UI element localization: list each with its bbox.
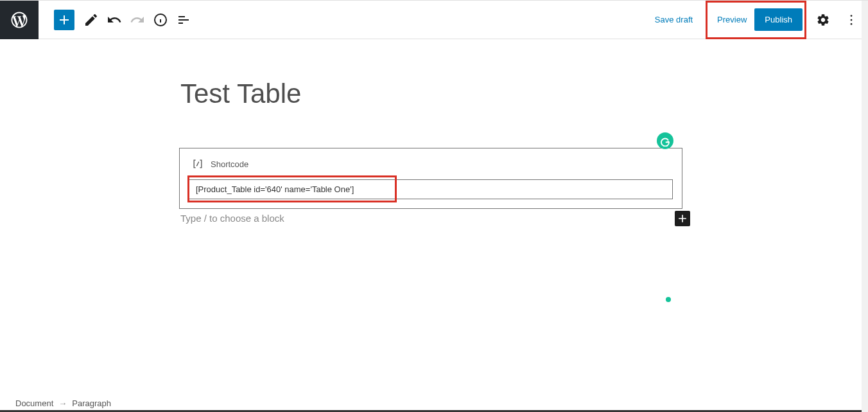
breadcrumb-current[interactable]: Paragraph xyxy=(72,399,111,408)
undo-icon xyxy=(107,12,122,28)
more-vertical-icon xyxy=(844,13,858,27)
grammarly-indicator xyxy=(666,297,671,302)
editor-canvas: Test Table Shortcode Type / to choose a … xyxy=(0,40,862,395)
svg-point-5 xyxy=(851,23,853,25)
grammarly-badge[interactable] xyxy=(657,132,673,149)
undo-button[interactable] xyxy=(103,8,126,31)
add-block-inline-button[interactable] xyxy=(675,211,690,226)
shortcode-icon xyxy=(191,157,204,170)
chevron-right-icon: → xyxy=(58,399,67,408)
toolbar-right: Save draft Preview Publish xyxy=(647,1,863,39)
info-button[interactable] xyxy=(149,8,172,31)
outline-button[interactable] xyxy=(172,8,195,31)
edit-mode-button[interactable] xyxy=(80,8,103,31)
wordpress-logo[interactable] xyxy=(0,1,39,39)
list-icon xyxy=(176,12,191,28)
redo-button[interactable] xyxy=(126,8,149,31)
appender-placeholder: Type / to choose a block xyxy=(179,211,286,225)
grammarly-icon xyxy=(659,135,671,147)
more-options-button[interactable] xyxy=(840,8,863,31)
publish-button[interactable]: Publish xyxy=(754,8,803,31)
redo-icon xyxy=(130,12,145,28)
editor-content: Test Table Shortcode Type / to choose a … xyxy=(179,40,682,225)
preview-button[interactable]: Preview xyxy=(709,10,754,30)
shortcode-block[interactable]: Shortcode xyxy=(179,148,682,209)
shortcode-block-header: Shortcode xyxy=(189,157,673,170)
save-draft-button[interactable]: Save draft xyxy=(647,10,700,30)
block-appender[interactable]: Type / to choose a block xyxy=(179,211,682,225)
post-title[interactable]: Test Table xyxy=(179,78,682,109)
scrollbar[interactable] xyxy=(862,1,868,412)
gear-icon xyxy=(816,13,830,27)
breadcrumb: Document → Paragraph xyxy=(0,395,868,411)
breadcrumb-root[interactable]: Document xyxy=(15,399,53,408)
toolbar-tools xyxy=(54,8,195,31)
toolbar-left xyxy=(0,1,195,39)
publish-highlight-annotation: Preview Publish xyxy=(706,1,806,39)
pencil-icon xyxy=(83,12,99,28)
shortcode-input[interactable] xyxy=(189,179,673,199)
svg-point-3 xyxy=(851,15,853,17)
plus-icon xyxy=(676,212,689,225)
editor-toolbar: Save draft Preview Publish xyxy=(0,0,868,39)
shortcode-label: Shortcode xyxy=(211,159,248,169)
plus-icon xyxy=(56,12,72,28)
svg-point-4 xyxy=(851,19,853,21)
add-block-button[interactable] xyxy=(54,10,74,30)
settings-button[interactable] xyxy=(812,8,835,31)
wordpress-icon xyxy=(10,10,29,30)
info-icon xyxy=(153,12,168,28)
